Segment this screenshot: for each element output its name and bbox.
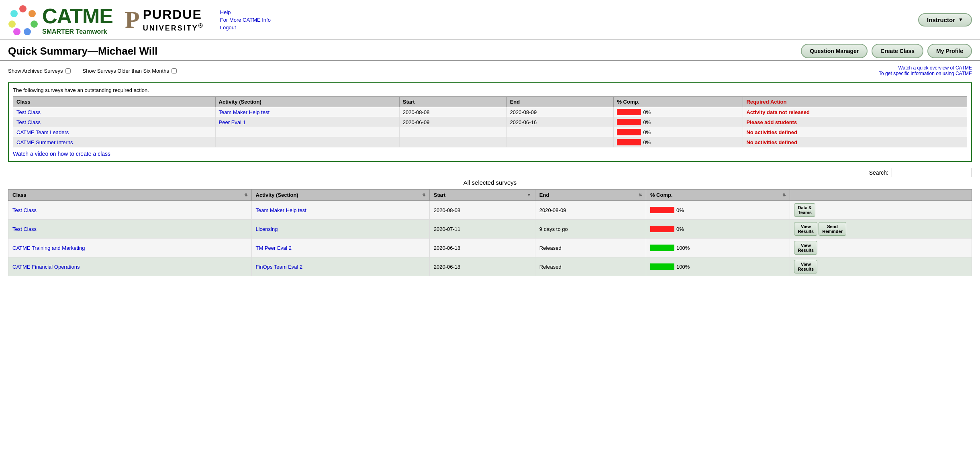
req-class-link[interactable]: CATME Team Leaders [16, 129, 69, 135]
more-info-link[interactable]: For More CATME Info [220, 17, 271, 23]
surveys-activity-link[interactable]: Licensing [256, 226, 278, 232]
req-class-cell: Test Class [13, 107, 216, 117]
logout-link[interactable]: Logout [220, 24, 271, 31]
create-class-button[interactable]: Create Class [872, 44, 923, 58]
req-start-cell: 2020-06-09 [399, 117, 506, 127]
send-reminder-button[interactable]: SendReminder [819, 222, 846, 236]
surveys-actions-header [790, 190, 972, 201]
pct-value: 100% [676, 245, 690, 251]
req-pct-cell: 0% [614, 107, 743, 117]
req-class-link[interactable]: Test Class [16, 109, 41, 115]
svg-point-3 [24, 28, 31, 35]
req-end-cell [506, 137, 614, 147]
req-action-link[interactable]: Activity data not released [746, 109, 810, 115]
instructor-dropdown[interactable]: Instructor ▼ [918, 13, 972, 27]
watch-overview-link[interactable]: Watch a quick overview of CATME [879, 65, 972, 71]
svg-point-4 [13, 28, 20, 35]
req-activity-cell: Peer Eval 1 [215, 117, 399, 127]
surveys-class-cell: Test Class [8, 220, 252, 239]
table-row: CATME Training and Marketing TM Peer Eva… [8, 239, 972, 257]
surveys-class-cell: CATME Financial Operations [8, 257, 252, 276]
my-profile-button[interactable]: My Profile [927, 44, 972, 58]
pct-value: 0% [676, 226, 684, 232]
question-manager-button[interactable]: Question Manager [801, 44, 868, 58]
req-action-cell: No activities defined [743, 127, 967, 137]
table-row: CATME Financial Operations FinOps Team E… [8, 257, 972, 276]
req-action-link[interactable]: No activities defined [746, 139, 797, 145]
view-results-button[interactable]: ViewResults [794, 241, 817, 255]
surveys-activity-link[interactable]: TM Peer Eval 2 [256, 245, 292, 251]
surveys-pct-cell: 0% [646, 220, 790, 239]
svg-point-1 [29, 10, 36, 17]
surveys-pct-header[interactable]: % Comp.⇅ [646, 190, 790, 201]
table-row: Test Class Team Maker Help test 2020-08-… [8, 201, 972, 220]
surveys-activity-header[interactable]: Activity (Section)⇅ [251, 190, 429, 201]
header: CATME SMARTER Teamwork P PURDUE UNIVERSI… [0, 0, 980, 40]
surveys-end-cell: 9 days to go [535, 220, 646, 239]
surveys-section: All selected surveys Class⇅ Activity (Se… [0, 179, 980, 276]
data-teams-button[interactable]: Data &Teams [794, 203, 815, 217]
progress-bar [617, 129, 641, 135]
filter-bar: Show Archived Surveys Show Surveys Older… [0, 61, 980, 80]
title-buttons: Question Manager Create Class My Profile [801, 44, 972, 58]
purdue-word: PURDUE [143, 7, 204, 22]
req-activity-link[interactable]: Peer Eval 1 [219, 119, 246, 125]
surveys-start-header[interactable]: Start▼ [429, 190, 535, 201]
pct-value: 100% [676, 264, 690, 270]
surveys-activity-cell: Licensing [251, 220, 429, 239]
req-start-cell [399, 127, 506, 137]
surveys-end-header[interactable]: End⇅ [535, 190, 646, 201]
purdue-logo: P PURDUE UNIVERSITY® [125, 7, 204, 33]
required-table: Class Activity (Section) Start End % Com… [13, 96, 967, 147]
req-activity-cell [215, 137, 399, 147]
table-row: Test Class Licensing 2020-07-11 9 days t… [8, 220, 972, 239]
req-end-header: End [506, 97, 614, 107]
req-class-link[interactable]: CATME Summer Interns [16, 139, 73, 145]
req-end-cell: 2020-08-09 [506, 107, 614, 117]
watch-video-link[interactable]: Watch a video on how to create a class [13, 151, 967, 157]
surveys-start-cell: 2020-07-11 [429, 220, 535, 239]
surveys-class-link[interactable]: CATME Financial Operations [12, 264, 80, 270]
older-checkbox[interactable] [172, 68, 177, 73]
view-results-button[interactable]: ViewResults [794, 222, 817, 236]
req-activity-link[interactable]: Team Maker Help test [219, 109, 270, 115]
catme-brand: CATME SMARTER Teamwork [42, 4, 113, 35]
surveys-title: All selected surveys [8, 179, 972, 186]
surveys-end-cell: 2020-08-09 [535, 201, 646, 220]
req-start-cell [399, 137, 506, 147]
surveys-pct-cell: 100% [646, 239, 790, 257]
req-pct-cell: 0% [614, 117, 743, 127]
req-class-header: Class [13, 97, 216, 107]
catme-logo-circles [8, 5, 38, 35]
surveys-class-link[interactable]: CATME Training and Marketing [12, 245, 85, 251]
help-link[interactable]: Help [220, 9, 271, 15]
progress-bar [650, 207, 674, 213]
surveys-activity-link[interactable]: Team Maker Help test [256, 207, 306, 213]
required-action-box: The following surveys have an outstandin… [8, 82, 972, 162]
surveys-class-link[interactable]: Test Class [12, 226, 37, 232]
filter-right: Watch a quick overview of CATME To get s… [879, 65, 972, 76]
pct-value: 0% [643, 119, 651, 125]
req-action-link[interactable]: No activities defined [746, 129, 797, 135]
search-bar: Search: [0, 164, 980, 179]
catme-name: CATME [42, 4, 113, 28]
required-notice: The following surveys have an outstandin… [13, 87, 967, 93]
surveys-class-link[interactable]: Test Class [12, 207, 37, 213]
surveys-activity-link[interactable]: FinOps Team Eval 2 [256, 264, 303, 270]
view-results-button[interactable]: ViewResults [794, 260, 817, 273]
start-sort-icon: ▼ [527, 193, 531, 197]
specific-info-link[interactable]: To get specific information on using CAT… [879, 71, 972, 76]
surveys-start-cell: 2020-06-18 [429, 257, 535, 276]
surveys-class-cell: CATME Training and Marketing [8, 239, 252, 257]
progress-bar [650, 226, 674, 232]
archived-checkbox[interactable] [65, 68, 71, 73]
req-class-link[interactable]: Test Class [16, 119, 41, 125]
archived-label: Show Archived Surveys [8, 68, 63, 74]
progress-bar [617, 109, 641, 115]
req-class-cell: CATME Team Leaders [13, 127, 216, 137]
surveys-class-header[interactable]: Class⇅ [8, 190, 252, 201]
req-action-link[interactable]: Please add students [746, 119, 797, 125]
svg-point-5 [8, 20, 16, 28]
search-input[interactable] [892, 168, 972, 177]
class-sort-icon: ⇅ [244, 193, 247, 197]
